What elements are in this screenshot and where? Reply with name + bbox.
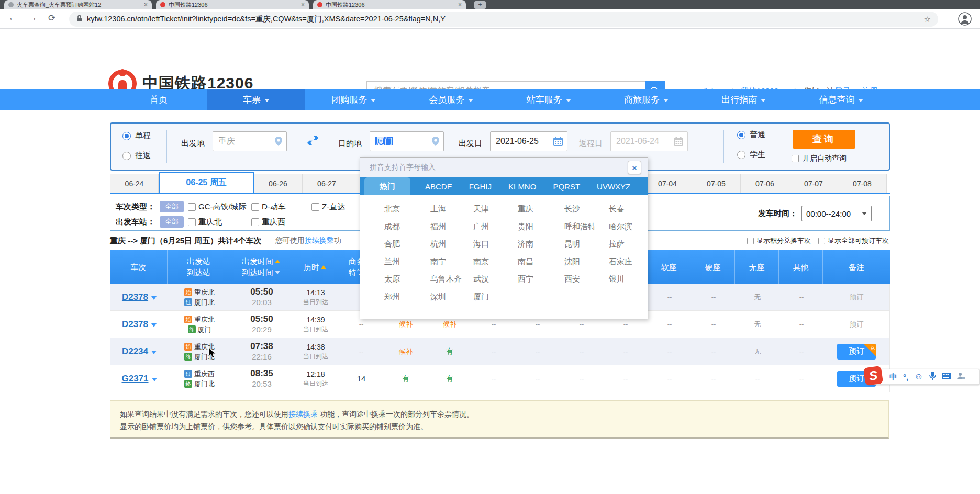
- book-button[interactable]: 预订兑: [837, 344, 876, 360]
- checkbox-icon[interactable]: [747, 238, 754, 244]
- city-item[interactable]: 南宁: [430, 257, 473, 267]
- train-link[interactable]: D2378: [122, 292, 148, 302]
- city-item[interactable]: 昆明: [564, 239, 609, 249]
- city-item[interactable]: 石家庄: [609, 257, 648, 267]
- trip-type-oneway[interactable]: 单程: [122, 131, 151, 141]
- city-item[interactable]: 南昌: [518, 257, 564, 267]
- city-item[interactable]: 武汉: [473, 274, 518, 284]
- keyboard-icon[interactable]: [942, 372, 951, 381]
- checkbox-icon[interactable]: [251, 203, 259, 211]
- transfer-link[interactable]: 接续换乘: [288, 410, 318, 418]
- omnibox[interactable]: kyfw.12306.cn/otn/leftTicket/init?linkty…: [69, 12, 938, 27]
- city-tab-UVWXYZ[interactable]: UVWXYZ: [595, 177, 632, 195]
- chinese-mode-icon[interactable]: 中: [889, 372, 897, 382]
- train-link[interactable]: D2234: [122, 346, 148, 357]
- nav-item-信息查询[interactable]: 信息查询: [793, 89, 890, 110]
- city-item[interactable]: 银川: [609, 274, 648, 284]
- sort-desc-icon[interactable]: [275, 271, 280, 274]
- date-tab[interactable]: 06-24: [110, 174, 159, 193]
- date-tab[interactable]: 06-25 周五: [159, 172, 254, 193]
- query-button[interactable]: 查询: [793, 130, 855, 149]
- city-tab-KLMNO[interactable]: KLMNO: [506, 177, 538, 195]
- city-item[interactable]: 西安: [564, 274, 609, 284]
- checkbox-icon[interactable]: [188, 203, 196, 211]
- to-input[interactable]: 厦门: [370, 131, 444, 151]
- train-expand-icon[interactable]: [151, 323, 157, 327]
- radio-selected-icon[interactable]: [122, 132, 131, 140]
- all-badge[interactable]: 全部: [160, 201, 184, 212]
- city-item[interactable]: 天津: [473, 204, 518, 214]
- city-tab-PQRST[interactable]: PQRST: [551, 177, 582, 195]
- train-expand-icon[interactable]: [151, 351, 157, 354]
- checkbox-icon[interactable]: [792, 155, 799, 162]
- city-item[interactable]: 太原: [384, 274, 430, 284]
- emoji-icon[interactable]: ☺: [914, 372, 923, 382]
- nav-item-商旅服务[interactable]: 商旅服务: [597, 89, 695, 110]
- station-checkbox-item[interactable]: 重庆北: [188, 217, 251, 227]
- city-item[interactable]: 杭州: [430, 239, 473, 249]
- date-tab[interactable]: 07-06: [741, 174, 789, 193]
- show-all-bookable-toggle[interactable]: 显示全部可预订车次: [818, 236, 889, 245]
- bookmark-star-icon[interactable]: ☆: [924, 15, 931, 24]
- city-item[interactable]: 南京: [473, 257, 518, 267]
- city-item[interactable]: 兰州: [384, 257, 430, 267]
- tab-close-icon[interactable]: ×: [144, 1, 148, 8]
- tab-close-icon[interactable]: ×: [301, 1, 305, 8]
- back-icon[interactable]: ←: [8, 13, 17, 23]
- ticket-type-normal[interactable]: 普通: [737, 130, 765, 140]
- forward-icon[interactable]: →: [28, 13, 37, 23]
- show-points-trains-toggle[interactable]: 显示积分兑换车次: [747, 236, 811, 245]
- new-tab-button[interactable]: +: [474, 1, 486, 9]
- sort-asc-icon[interactable]: [321, 265, 326, 269]
- from-input[interactable]: 重庆: [213, 131, 287, 151]
- city-item[interactable]: 重庆: [518, 204, 564, 214]
- swap-stations-icon[interactable]: [306, 135, 320, 149]
- city-item[interactable]: 北京: [384, 204, 430, 214]
- date-tab[interactable]: 07-05: [692, 174, 741, 193]
- city-item[interactable]: 拉萨: [609, 239, 648, 249]
- seat-waitlist[interactable]: 候补: [443, 320, 456, 329]
- city-item[interactable]: 上海: [430, 204, 473, 214]
- nav-item-车票[interactable]: 车票: [207, 89, 305, 110]
- close-icon[interactable]: ×: [628, 161, 641, 174]
- ticket-type-student[interactable]: 学生: [737, 150, 765, 160]
- train-type-checkbox-item[interactable]: D-动车: [251, 202, 311, 212]
- all-badge[interactable]: 全部: [160, 216, 184, 228]
- sort-asc-icon[interactable]: [275, 260, 280, 263]
- train-type-checkbox-item[interactable]: GC-高铁/城际: [188, 202, 251, 212]
- city-item[interactable]: 哈尔滨: [609, 222, 648, 232]
- nav-item-站车服务[interactable]: 站车服务: [500, 89, 597, 110]
- date-tab[interactable]: 07-07: [789, 174, 838, 193]
- city-item[interactable]: 海口: [473, 239, 518, 249]
- reload-icon[interactable]: ⟳: [48, 13, 55, 24]
- profile-avatar-icon[interactable]: [958, 12, 972, 28]
- city-item[interactable]: 合肥: [384, 239, 430, 249]
- radio-icon[interactable]: [737, 151, 745, 159]
- browser-tab[interactable]: 中国铁路12306×: [313, 0, 466, 9]
- city-item[interactable]: 厦门: [473, 292, 518, 302]
- date-tab[interactable]: 06-26: [254, 174, 303, 193]
- city-item[interactable]: 福州: [430, 222, 473, 232]
- city-item[interactable]: 广州: [473, 222, 518, 232]
- browser-tab[interactable]: 火车票查询_火车票预订购网站12×: [4, 0, 152, 9]
- city-item[interactable]: 乌鲁木齐: [430, 274, 473, 284]
- voice-input-icon[interactable]: [929, 372, 936, 383]
- train-expand-icon[interactable]: [152, 378, 157, 381]
- nav-item-团购服务[interactable]: 团购服务: [305, 89, 403, 110]
- depart-date-input[interactable]: 2021-06-25: [490, 131, 567, 151]
- city-item[interactable]: 济南: [518, 239, 564, 249]
- toolbox-icon[interactable]: [957, 372, 965, 382]
- depart-time-select[interactable]: 00:00--24:00: [801, 206, 872, 221]
- sogou-logo[interactable]: S: [863, 366, 883, 386]
- city-tab-热门[interactable]: 热门: [364, 177, 410, 195]
- radio-selected-icon[interactable]: [737, 131, 745, 139]
- city-item[interactable]: 成都: [384, 222, 430, 232]
- trip-type-roundtrip[interactable]: 往返: [122, 151, 151, 161]
- city-tab-FGHIJ[interactable]: FGHIJ: [467, 177, 494, 195]
- city-item[interactable]: 深圳: [430, 292, 473, 302]
- date-tab[interactable]: 07-04: [643, 174, 692, 193]
- transfer-link[interactable]: 接续换乘: [305, 236, 334, 244]
- punctuation-icon[interactable]: °,: [903, 373, 908, 381]
- radio-icon[interactable]: [122, 152, 131, 160]
- city-item[interactable]: 呼和浩特: [564, 222, 609, 232]
